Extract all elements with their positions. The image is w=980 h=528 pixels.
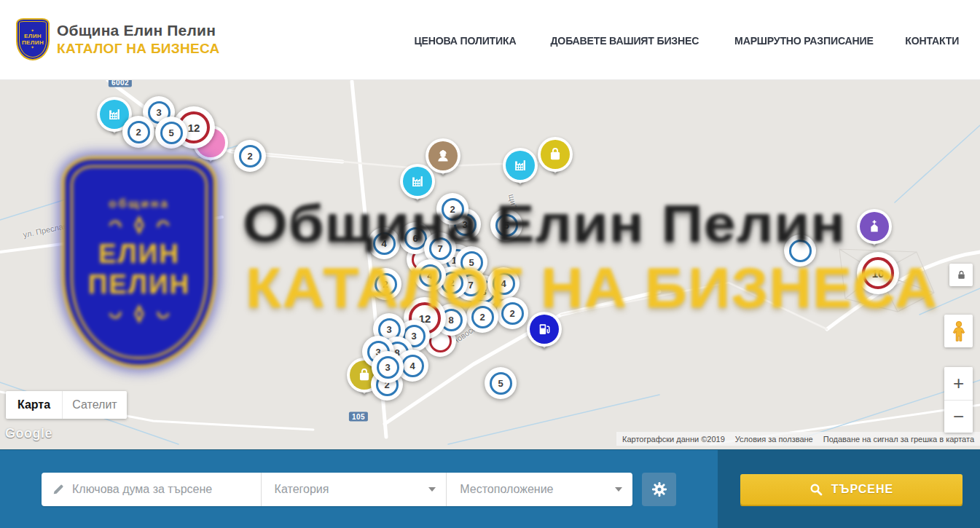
lock-icon [956,269,967,280]
keyword-field[interactable] [42,473,262,506]
satellite-view-button[interactable]: Сателит [63,391,127,419]
map-cluster[interactable]: 5 [155,117,187,149]
map-pin-church[interactable] [857,209,892,244]
pegman-icon [951,320,967,343]
map-copyright: Картографски данни ©2019 [622,435,725,444]
map-pin-fuel[interactable] [527,312,562,347]
road-badge: 105 [349,412,368,422]
map-cluster[interactable]: 4 [368,227,400,259]
map-cluster[interactable]: 5 [485,367,517,399]
map-cluster[interactable] [784,235,816,267]
nav-item-route-schedule[interactable]: МАРШРУТНО РАЗПИСАНИЕ [734,34,874,47]
map-view-button[interactable]: Карта [6,391,63,419]
zoom-out-button[interactable]: − [944,401,973,433]
street-view-pegman-button[interactable] [944,315,973,347]
map-cluster[interactable]: 2 [496,297,528,329]
map-cluster[interactable]: 4 [414,259,446,291]
map-pin-factory[interactable] [503,148,538,183]
map-cluster[interactable]: 3 [372,351,404,383]
nav-item-contacts[interactable]: КОНТАКТИ [906,34,960,47]
zoom-in-button[interactable]: + [944,367,973,401]
chevron-down-icon [615,487,622,492]
map-cluster[interactable]: 2 [466,301,498,333]
map-cluster[interactable]: 10 [857,252,899,294]
municipality-crest-icon: ✦ ЕЛИН ПЕЛИН ✦ [16,18,50,60]
report-error-link[interactable]: Подаване на сигнал за грешка в картата [823,435,974,444]
location-select[interactable]: Местоположение [447,473,632,506]
search-input[interactable] [72,483,254,496]
advanced-search-button[interactable] [642,473,676,506]
map-attribution: Картографски данни ©2019 Условия за полз… [616,432,980,446]
lock-button[interactable] [949,264,973,286]
chevron-down-icon [428,487,436,492]
map-cluster[interactable]: 2 [369,268,401,300]
crest-ornament: ✦ [31,46,35,50]
brand-logo[interactable]: ✦ ЕЛИН ПЕЛИН ✦ Община Елин Пелин КАТАЛОГ… [16,18,220,60]
map-cluster[interactable]: 2 [234,140,266,172]
pencil-icon [52,482,65,497]
site-title: Община Елин Пелин [57,22,220,39]
map-pin-factory[interactable] [400,164,435,199]
gear-icon [651,481,667,497]
road-badge: 6002 [109,80,132,87]
nav-item-pricing[interactable]: ЦЕНОВА ПОЛИТИКА [415,34,517,47]
main-nav: ЦЕНОВА ПОЛИТИКА ДОБАВЕТЕ ВАШИЯТ БИЗНЕС М… [411,0,961,80]
terms-link[interactable]: Условия за ползване [735,435,813,444]
search-fields: Категория Местоположение [42,473,632,506]
map-cluster[interactable]: 2 [122,116,154,148]
map-cluster[interactable]: 4 [487,267,520,299]
map-type-control: Карта Сателит [6,391,127,419]
map-cluster[interactable]: 2 [436,193,469,225]
map-cluster[interactable]: 5 [490,209,522,241]
site-subtitle: КАТАЛОГ НА БИЗНЕСА [57,41,220,57]
map-pin-bag[interactable] [538,137,573,172]
search-icon [810,483,823,496]
header: ✦ ЕЛИН ПЕЛИН ✦ Община Елин Пелин КАТАЛОГ… [0,0,980,80]
search-bar: Категория Местоположение ТЪРСЕНЕ [0,449,980,528]
category-select[interactable]: Категория [262,473,447,506]
google-logo[interactable]: Google [5,426,52,441]
nav-item-add-business[interactable]: ДОБАВЕТЕ ВАШИЯТ БИЗНЕС [550,34,699,47]
map-canvas[interactable]: община ЕЛИН ПЕЛИН Община Елин Пелин КАТА… [0,80,980,449]
zoom-control: + − [944,367,973,433]
search-button[interactable]: ТЪРСЕНЕ [740,474,963,505]
